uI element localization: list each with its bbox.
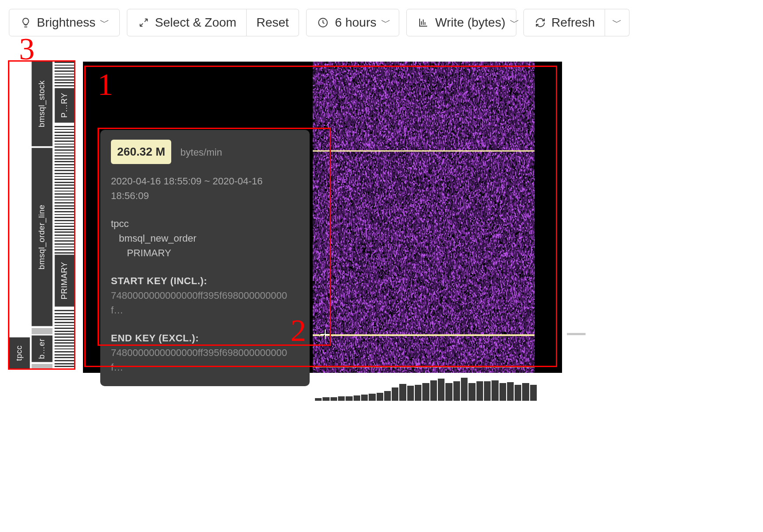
lightbulb-icon: [19, 16, 32, 29]
histogram-bar: [346, 396, 352, 401]
tooltip-time-range: 2020-04-16 18:55:09 ~ 2020-04-16 18:56:0…: [111, 174, 299, 203]
zoom-button-group: Select & Zoom Reset: [127, 9, 299, 36]
histogram-bar: [438, 379, 444, 401]
metric-select[interactable]: Write (bytes) ﹀: [406, 9, 516, 36]
histogram-bar: [453, 381, 460, 401]
refresh-label: Refresh: [551, 16, 595, 30]
tooltip-end-key-label: END KEY (EXCL.):: [111, 331, 299, 345]
refresh-button-group: Refresh ﹀: [523, 9, 629, 36]
reset-button[interactable]: Reset: [247, 9, 299, 36]
histogram-bar: [407, 386, 414, 401]
reset-label: Reset: [256, 16, 289, 30]
chevron-down-icon: ﹀: [612, 16, 622, 29]
histogram-bar: [476, 381, 483, 401]
expand-icon: [137, 16, 150, 29]
select-zoom-label: Select & Zoom: [155, 16, 236, 30]
histogram-bar: [338, 396, 345, 401]
histogram-bar: [445, 383, 452, 401]
tooltip-index: PRIMARY: [127, 246, 299, 260]
histogram-bar: [369, 394, 375, 401]
tooltip-start-key-label: START KEY (INCL.):: [111, 274, 299, 288]
histogram-bar: [392, 387, 398, 401]
histogram-bar: [399, 384, 406, 401]
time-range-select[interactable]: 6 hours ﹀: [306, 9, 399, 36]
chart-icon: [417, 16, 430, 29]
tooltip-start-key: 7480000000000000ff395f698000000000f…: [111, 288, 299, 317]
histogram-bar: [492, 380, 498, 401]
histogram-bar: [522, 383, 529, 401]
chevron-down-icon: ﹀: [381, 16, 391, 29]
histogram-bar: [330, 397, 337, 401]
histogram-bar: [361, 395, 368, 401]
histogram-bar: [530, 385, 537, 401]
chevron-down-icon: ﹀: [510, 16, 519, 29]
time-range-label: 6 hours: [335, 16, 376, 30]
chevron-down-icon: ﹀: [100, 16, 110, 29]
histogram-bar: [354, 395, 360, 401]
histogram-bar: [384, 391, 391, 401]
tooltip-unit: bytes/min: [181, 147, 222, 158]
toolbar: Brightness ﹀ Select & Zoom Reset 6 hours…: [9, 9, 754, 36]
metric-label: Write (bytes): [435, 16, 505, 30]
refresh-dropdown-button[interactable]: ﹀: [605, 9, 629, 36]
tree-db[interactable]: tpcc: [9, 337, 30, 368]
tree-table-stock[interactable]: bmsql_stock: [31, 62, 52, 146]
right-scroll-indicator[interactable]: [567, 333, 586, 335]
key-range-tree[interactable]: tpcc bmsql_stock bmsql_order_line b…er P…: [9, 62, 75, 368]
tree-index-column[interactable]: P…RYPRIMARY: [55, 62, 75, 368]
refresh-button[interactable]: Refresh: [523, 9, 605, 36]
histogram-bar: [377, 393, 383, 401]
time-histogram[interactable]: [315, 376, 537, 401]
histogram-bar: [315, 398, 322, 401]
histogram-bar: [468, 383, 475, 401]
tooltip-db: tpcc: [111, 216, 299, 231]
histogram-bar: [484, 381, 491, 401]
tree-table-orderline[interactable]: bmsql_order_line: [31, 148, 52, 326]
tree-spacer: [9, 62, 30, 336]
heatmap-tooltip: 260.32 M bytes/min 2020-04-16 18:55:09 ~…: [100, 130, 310, 386]
select-zoom-button[interactable]: Select & Zoom: [127, 9, 247, 36]
histogram-bar: [422, 383, 429, 401]
histogram-bar: [499, 383, 506, 401]
tooltip-value: 260.32 M: [111, 140, 171, 164]
tree-table-small-2[interactable]: [31, 364, 52, 368]
histogram-bar: [323, 397, 329, 401]
tree-table-other[interactable]: b…er: [31, 336, 52, 362]
histogram-bar: [515, 385, 521, 401]
refresh-icon: [534, 16, 547, 29]
brightness-button[interactable]: Brightness ﹀: [9, 9, 120, 36]
histogram-bar: [507, 382, 514, 401]
crosshair-cursor: [320, 329, 330, 339]
histogram-bar: [461, 378, 468, 401]
tooltip-end-key: 7480000000000000ff395f698000000000f…: [111, 345, 299, 375]
tooltip-table: bmsql_new_order: [119, 231, 299, 246]
tree-index-stock-primary[interactable]: P…RY: [55, 88, 75, 123]
brightness-label: Brightness: [37, 16, 95, 30]
histogram-bar: [415, 385, 421, 401]
tree-table-small-1[interactable]: [31, 328, 52, 334]
clock-icon: [316, 16, 330, 29]
histogram-bar: [430, 380, 437, 401]
tree-index-orderline-primary[interactable]: PRIMARY: [55, 255, 75, 307]
